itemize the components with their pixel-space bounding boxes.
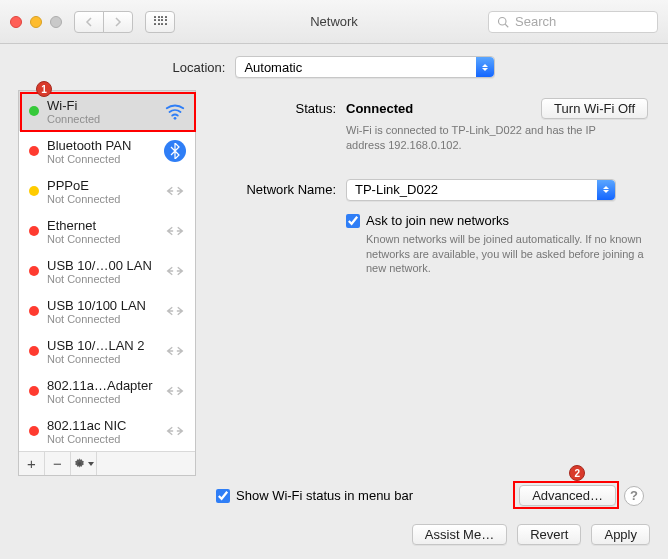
status-dot [29,186,39,196]
connections-sidebar: Wi-FiConnectedBluetooth PANNot Connected… [18,90,196,476]
status-dot [29,146,39,156]
status-dot [29,346,39,356]
ask-to-join-input[interactable] [346,214,360,228]
forward-button[interactable] [103,11,133,33]
sidebar-item[interactable]: USB 10/…LAN 2Not Connected [19,331,195,371]
sidebar-item[interactable]: Wi-FiConnected [19,91,195,131]
titlebar: Network Search [0,0,668,44]
ask-to-join-subtext: Known networks will be joined automatica… [366,232,646,277]
location-select[interactable]: Automatic [235,56,495,78]
connection-name: Bluetooth PAN [47,138,159,153]
status-dot [29,266,39,276]
sidebar-item[interactable]: PPPoENot Connected [19,171,195,211]
apply-button[interactable]: Apply [591,524,650,545]
content: Location: Automatic 1 Wi-FiConnectedBlue… [0,44,668,559]
location-row: Location: Automatic [0,56,668,78]
network-name-label: Network Name: [216,179,346,197]
status-label: Status: [216,98,346,116]
connection-name: Ethernet [47,218,159,233]
connections-list[interactable]: Wi-FiConnectedBluetooth PANNot Connected… [19,91,195,451]
show-status-checkbox[interactable]: Show Wi-Fi status in menu bar [216,488,413,503]
connection-status: Not Connected [47,193,159,205]
ethernet-icon [163,339,187,363]
window-controls [10,16,62,28]
svg-line-1 [505,24,508,27]
ethernet-icon [163,219,187,243]
connection-name: USB 10/…00 LAN [47,258,159,273]
zoom-window[interactable] [50,16,62,28]
network-name-value: TP-Link_D022 [355,182,438,197]
help-button[interactable]: ? [624,486,644,506]
annotation-1: 1 [36,81,52,97]
connection-status: Not Connected [47,393,159,405]
show-status-input[interactable] [216,489,230,503]
location-label: Location: [173,60,226,75]
sidebar-item[interactable]: USB 10/100 LANNot Connected [19,291,195,331]
ethernet-icon [163,379,187,403]
ethernet-icon [163,419,187,443]
ethernet-icon [163,299,187,323]
ethernet-icon [163,259,187,283]
connection-status: Not Connected [47,353,159,365]
connection-name: USB 10/100 LAN [47,298,159,313]
ask-to-join-label: Ask to join new networks [366,213,509,228]
connection-status: Not Connected [47,273,159,285]
grid-icon [154,16,166,28]
search-icon [497,16,509,28]
revert-button[interactable]: Revert [517,524,581,545]
show-status-label: Show Wi-Fi status in menu bar [236,488,413,503]
connection-name: Wi-Fi [47,98,159,113]
assist-me-button[interactable]: Assist Me… [412,524,507,545]
connection-status: Not Connected [47,153,159,165]
sidebar-item[interactable]: EthernetNot Connected [19,211,195,251]
sidebar-footer: + − [19,451,195,475]
network-name-select[interactable]: TP-Link_D022 [346,179,616,201]
chevron-updown-icon [476,57,494,77]
status-dot [29,426,39,436]
window-title: Network [310,14,358,29]
turn-wifi-off-button[interactable]: Turn Wi-Fi Off [541,98,648,119]
back-button[interactable] [74,11,104,33]
sidebar-item[interactable]: Bluetooth PANNot Connected [19,131,195,171]
connection-name: 802.11ac NIC [47,418,159,433]
connection-actions-button[interactable] [71,452,97,475]
detail-panel: Status: Connected Turn Wi-Fi Off Wi-Fi i… [196,90,652,514]
wifi-icon [163,99,187,123]
svg-point-2 [174,117,177,120]
connection-name: PPPoE [47,178,159,193]
status-value: Connected [346,101,413,116]
chevron-updown-icon [597,180,615,200]
status-dot [29,306,39,316]
status-dot [29,106,39,116]
close-window[interactable] [10,16,22,28]
show-all-button[interactable] [145,11,175,33]
sidebar-item[interactable]: 802.11a…AdapterNot Connected [19,371,195,411]
status-subtext: Wi-Fi is connected to TP-Link_D022 and h… [346,123,626,153]
bottom-bar: Assist Me… Revert Apply [0,514,668,559]
connection-status: Not Connected [47,313,159,325]
sidebar-item[interactable]: USB 10/…00 LANNot Connected [19,251,195,291]
ethernet-icon [163,179,187,203]
status-dot [29,226,39,236]
connection-status: Not Connected [47,233,159,245]
svg-point-0 [499,17,507,25]
minimize-window[interactable] [30,16,42,28]
connection-status: Connected [47,113,159,125]
add-connection-button[interactable]: + [19,452,45,475]
search-placeholder: Search [515,14,556,29]
sidebar-item[interactable]: 802.11ac NICNot Connected [19,411,195,451]
search-field[interactable]: Search [488,11,658,33]
bluetooth-icon [163,139,187,163]
gear-icon [73,457,94,470]
ask-to-join-checkbox[interactable]: Ask to join new networks [346,213,648,228]
advanced-button[interactable]: Advanced… [519,485,616,506]
connection-name: USB 10/…LAN 2 [47,338,159,353]
location-value: Automatic [244,60,302,75]
connection-name: 802.11a…Adapter [47,378,159,393]
remove-connection-button[interactable]: − [45,452,71,475]
connection-status: Not Connected [47,433,159,445]
status-dot [29,386,39,396]
